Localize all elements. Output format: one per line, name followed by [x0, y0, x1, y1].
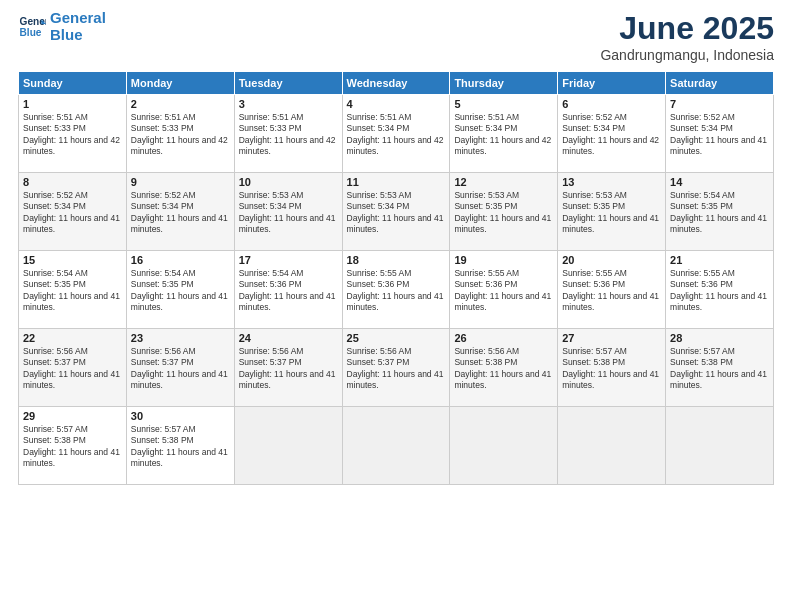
calendar-cell: 7Sunrise: 5:52 AMSunset: 5:34 PMDaylight…: [666, 95, 774, 173]
day-info: Sunrise: 5:52 AMSunset: 5:34 PMDaylight:…: [23, 190, 122, 236]
calendar-cell: 28Sunrise: 5:57 AMSunset: 5:38 PMDayligh…: [666, 329, 774, 407]
day-info: Sunrise: 5:53 AMSunset: 5:34 PMDaylight:…: [239, 190, 338, 236]
calendar-week-row: 15Sunrise: 5:54 AMSunset: 5:35 PMDayligh…: [19, 251, 774, 329]
calendar-cell: 26Sunrise: 5:56 AMSunset: 5:38 PMDayligh…: [450, 329, 558, 407]
logo-general: General: [50, 9, 106, 26]
day-number: 8: [23, 176, 122, 188]
day-number: 25: [347, 332, 446, 344]
calendar-cell: 2Sunrise: 5:51 AMSunset: 5:33 PMDaylight…: [126, 95, 234, 173]
weekday-header-friday: Friday: [558, 72, 666, 95]
calendar-cell: 20Sunrise: 5:55 AMSunset: 5:36 PMDayligh…: [558, 251, 666, 329]
weekday-header-monday: Monday: [126, 72, 234, 95]
calendar-cell: [450, 407, 558, 485]
calendar-cell: 19Sunrise: 5:55 AMSunset: 5:36 PMDayligh…: [450, 251, 558, 329]
page: General Blue General Blue June 2025 Gand…: [0, 0, 792, 612]
calendar-week-row: 22Sunrise: 5:56 AMSunset: 5:37 PMDayligh…: [19, 329, 774, 407]
day-number: 17: [239, 254, 338, 266]
day-info: Sunrise: 5:53 AMSunset: 5:35 PMDaylight:…: [562, 190, 661, 236]
day-number: 18: [347, 254, 446, 266]
day-number: 11: [347, 176, 446, 188]
weekday-header-saturday: Saturday: [666, 72, 774, 95]
day-info: Sunrise: 5:57 AMSunset: 5:38 PMDaylight:…: [23, 424, 122, 470]
day-info: Sunrise: 5:55 AMSunset: 5:36 PMDaylight:…: [347, 268, 446, 314]
calendar-cell: 14Sunrise: 5:54 AMSunset: 5:35 PMDayligh…: [666, 173, 774, 251]
calendar-cell: 10Sunrise: 5:53 AMSunset: 5:34 PMDayligh…: [234, 173, 342, 251]
calendar-cell: 12Sunrise: 5:53 AMSunset: 5:35 PMDayligh…: [450, 173, 558, 251]
day-info: Sunrise: 5:54 AMSunset: 5:36 PMDaylight:…: [239, 268, 338, 314]
svg-text:Blue: Blue: [20, 27, 42, 38]
logo: General Blue General Blue: [18, 10, 106, 43]
title-block: June 2025 Gandrungmangu, Indonesia: [600, 10, 774, 63]
day-number: 12: [454, 176, 553, 188]
day-number: 1: [23, 98, 122, 110]
day-info: Sunrise: 5:57 AMSunset: 5:38 PMDaylight:…: [670, 346, 769, 392]
day-number: 27: [562, 332, 661, 344]
calendar-cell: 13Sunrise: 5:53 AMSunset: 5:35 PMDayligh…: [558, 173, 666, 251]
day-info: Sunrise: 5:56 AMSunset: 5:37 PMDaylight:…: [131, 346, 230, 392]
header: General Blue General Blue June 2025 Gand…: [18, 10, 774, 63]
calendar-cell: [558, 407, 666, 485]
day-info: Sunrise: 5:52 AMSunset: 5:34 PMDaylight:…: [562, 112, 661, 158]
logo-text: General Blue: [50, 10, 106, 43]
calendar-table: SundayMondayTuesdayWednesdayThursdayFrid…: [18, 71, 774, 485]
day-info: Sunrise: 5:52 AMSunset: 5:34 PMDaylight:…: [670, 112, 769, 158]
calendar-week-row: 1Sunrise: 5:51 AMSunset: 5:33 PMDaylight…: [19, 95, 774, 173]
day-info: Sunrise: 5:51 AMSunset: 5:34 PMDaylight:…: [347, 112, 446, 158]
day-number: 16: [131, 254, 230, 266]
calendar-cell: 1Sunrise: 5:51 AMSunset: 5:33 PMDaylight…: [19, 95, 127, 173]
calendar-cell: 17Sunrise: 5:54 AMSunset: 5:36 PMDayligh…: [234, 251, 342, 329]
day-info: Sunrise: 5:53 AMSunset: 5:34 PMDaylight:…: [347, 190, 446, 236]
calendar-cell: 29Sunrise: 5:57 AMSunset: 5:38 PMDayligh…: [19, 407, 127, 485]
day-number: 4: [347, 98, 446, 110]
day-info: Sunrise: 5:55 AMSunset: 5:36 PMDaylight:…: [454, 268, 553, 314]
calendar-cell: 4Sunrise: 5:51 AMSunset: 5:34 PMDaylight…: [342, 95, 450, 173]
day-info: Sunrise: 5:52 AMSunset: 5:34 PMDaylight:…: [131, 190, 230, 236]
day-info: Sunrise: 5:51 AMSunset: 5:34 PMDaylight:…: [454, 112, 553, 158]
day-number: 13: [562, 176, 661, 188]
day-number: 14: [670, 176, 769, 188]
calendar-cell: 16Sunrise: 5:54 AMSunset: 5:35 PMDayligh…: [126, 251, 234, 329]
calendar-cell: 3Sunrise: 5:51 AMSunset: 5:33 PMDaylight…: [234, 95, 342, 173]
logo-blue: Blue: [50, 26, 83, 43]
day-number: 19: [454, 254, 553, 266]
calendar-cell: 23Sunrise: 5:56 AMSunset: 5:37 PMDayligh…: [126, 329, 234, 407]
calendar-cell: 30Sunrise: 5:57 AMSunset: 5:38 PMDayligh…: [126, 407, 234, 485]
day-info: Sunrise: 5:54 AMSunset: 5:35 PMDaylight:…: [131, 268, 230, 314]
day-info: Sunrise: 5:51 AMSunset: 5:33 PMDaylight:…: [131, 112, 230, 158]
logo-icon: General Blue: [18, 13, 46, 41]
calendar-cell: [234, 407, 342, 485]
day-info: Sunrise: 5:51 AMSunset: 5:33 PMDaylight:…: [239, 112, 338, 158]
location-subtitle: Gandrungmangu, Indonesia: [600, 47, 774, 63]
day-number: 23: [131, 332, 230, 344]
day-number: 10: [239, 176, 338, 188]
day-number: 21: [670, 254, 769, 266]
calendar-cell: 15Sunrise: 5:54 AMSunset: 5:35 PMDayligh…: [19, 251, 127, 329]
day-number: 2: [131, 98, 230, 110]
month-year-title: June 2025: [600, 10, 774, 47]
calendar-week-row: 8Sunrise: 5:52 AMSunset: 5:34 PMDaylight…: [19, 173, 774, 251]
day-number: 22: [23, 332, 122, 344]
calendar-cell: 21Sunrise: 5:55 AMSunset: 5:36 PMDayligh…: [666, 251, 774, 329]
weekday-header-tuesday: Tuesday: [234, 72, 342, 95]
day-number: 7: [670, 98, 769, 110]
day-number: 29: [23, 410, 122, 422]
day-number: 6: [562, 98, 661, 110]
calendar-cell: 11Sunrise: 5:53 AMSunset: 5:34 PMDayligh…: [342, 173, 450, 251]
day-number: 26: [454, 332, 553, 344]
day-info: Sunrise: 5:57 AMSunset: 5:38 PMDaylight:…: [562, 346, 661, 392]
calendar-cell: 27Sunrise: 5:57 AMSunset: 5:38 PMDayligh…: [558, 329, 666, 407]
day-number: 15: [23, 254, 122, 266]
day-info: Sunrise: 5:54 AMSunset: 5:35 PMDaylight:…: [23, 268, 122, 314]
day-number: 30: [131, 410, 230, 422]
day-number: 28: [670, 332, 769, 344]
day-info: Sunrise: 5:55 AMSunset: 5:36 PMDaylight:…: [562, 268, 661, 314]
day-number: 9: [131, 176, 230, 188]
day-info: Sunrise: 5:54 AMSunset: 5:35 PMDaylight:…: [670, 190, 769, 236]
calendar-cell: 18Sunrise: 5:55 AMSunset: 5:36 PMDayligh…: [342, 251, 450, 329]
day-info: Sunrise: 5:55 AMSunset: 5:36 PMDaylight:…: [670, 268, 769, 314]
calendar-cell: 25Sunrise: 5:56 AMSunset: 5:37 PMDayligh…: [342, 329, 450, 407]
day-info: Sunrise: 5:53 AMSunset: 5:35 PMDaylight:…: [454, 190, 553, 236]
day-info: Sunrise: 5:56 AMSunset: 5:38 PMDaylight:…: [454, 346, 553, 392]
calendar-cell: 5Sunrise: 5:51 AMSunset: 5:34 PMDaylight…: [450, 95, 558, 173]
calendar-cell: 22Sunrise: 5:56 AMSunset: 5:37 PMDayligh…: [19, 329, 127, 407]
